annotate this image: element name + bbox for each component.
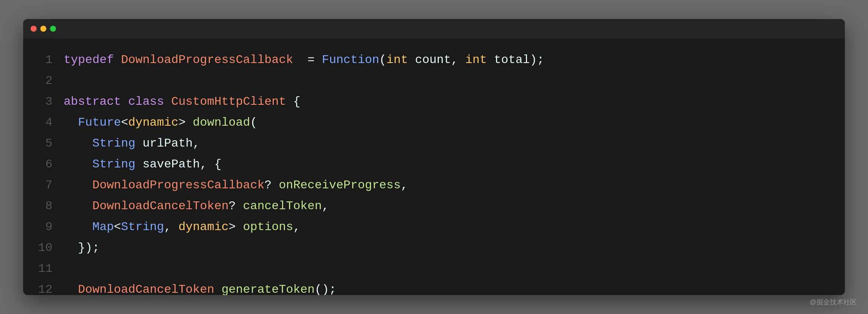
code-area: 1 2 3 4 5 6 7 8 9 10 11 12 13 typedef Do… <box>23 38 845 295</box>
ln-12: 12 <box>38 279 52 295</box>
line-numbers: 1 2 3 4 5 6 7 8 9 10 11 12 13 <box>38 50 63 284</box>
code-line-1: typedef DownloadProgressCallback = Funct… <box>63 50 830 70</box>
ln-5: 5 <box>38 133 52 154</box>
ln-7: 7 <box>38 175 52 196</box>
ln-3: 3 <box>38 91 52 112</box>
titlebar <box>23 19 845 38</box>
code-line-6: String savePath, { <box>63 154 830 175</box>
code-line-2 <box>63 70 830 91</box>
ln-2: 2 <box>38 70 52 91</box>
minimize-button[interactable] <box>40 26 46 32</box>
code-window: 1 2 3 4 5 6 7 8 9 10 11 12 13 typedef Do… <box>23 19 845 295</box>
code-content: typedef DownloadProgressCallback = Funct… <box>63 50 830 284</box>
ln-1: 1 <box>38 50 52 70</box>
code-line-12: DownloadCancelToken generateToken(); <box>63 279 830 295</box>
code-line-4: Future<dynamic> download( <box>63 112 830 133</box>
code-line-9: Map<String, dynamic> options, <box>63 217 830 238</box>
ln-10: 10 <box>38 238 52 258</box>
ln-4: 4 <box>38 112 52 133</box>
ln-6: 6 <box>38 154 52 175</box>
watermark: @掘金技术社区 <box>810 298 857 307</box>
close-button[interactable] <box>31 26 37 32</box>
maximize-button[interactable] <box>50 26 56 32</box>
ln-9: 9 <box>38 217 52 238</box>
code-line-5: String urlPath, <box>63 133 830 154</box>
traffic-lights <box>31 26 56 32</box>
code-line-7: DownloadProgressCallback? onReceiveProgr… <box>63 175 830 196</box>
code-line-11 <box>63 258 830 279</box>
code-line-3: abstract class CustomHttpClient { <box>63 91 830 112</box>
code-line-8: DownloadCancelToken? cancelToken, <box>63 196 830 217</box>
code-line-10: }); <box>63 238 830 258</box>
ln-8: 8 <box>38 196 52 217</box>
ln-11: 11 <box>38 258 52 279</box>
